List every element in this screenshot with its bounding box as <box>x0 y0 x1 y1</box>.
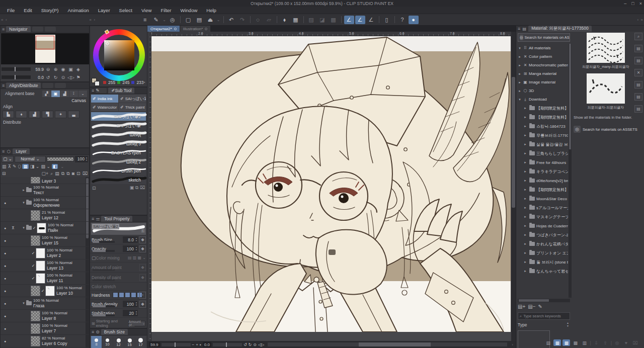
menu-help[interactable]: Help <box>202 7 220 14</box>
layer-visible-icon[interactable]: ● <box>1 339 10 343</box>
docs-icon[interactable]: ▤ <box>634 93 642 101</box>
tree-expand-icon[interactable]: ▸ <box>518 89 522 93</box>
material-folder-item[interactable]: ▸【期間限定無料】図 <box>518 104 568 113</box>
layer-visible-icon[interactable]: ● <box>1 289 10 293</box>
layer-row[interactable]: ●✓100 % NormalLayer 13 <box>1 259 89 272</box>
material-thumb-large-icon[interactable]: ▩ <box>572 339 579 346</box>
align-base-guide-icon[interactable]: ⟟ <box>69 91 78 97</box>
zoom-in-icon[interactable]: ⊕ <box>52 67 59 72</box>
rotate-right-icon[interactable]: ↻ <box>52 75 59 80</box>
tab-align-distribute[interactable]: Align/Distribute <box>6 82 41 89</box>
material-folder-item[interactable]: ▸【期間限定無料】キ <box>518 185 568 194</box>
layer-visible-icon[interactable]: ● <box>1 277 10 280</box>
brush-item[interactable]: Шейд <box>91 130 146 139</box>
layer-row[interactable]: ●⊼▾✓100 % NormalПайн <box>1 222 89 234</box>
copy-subtool-icon[interactable]: ⧉ <box>135 185 138 190</box>
document-tab[interactable]: Illustration* <box>180 26 211 32</box>
new-material-folder-icon[interactable]: ▤+ <box>518 304 525 309</box>
subtool-group-indiaink[interactable]: ✐India ink <box>91 95 118 103</box>
panel-menu-icon[interactable]: ≡ <box>2 149 5 154</box>
layer-check-icon[interactable]: ✓ <box>40 289 45 293</box>
tab-information[interactable] <box>45 27 56 32</box>
layer-row[interactable]: ●✓100 % NormalLayer 11 <box>1 272 89 285</box>
brush-size-option[interactable]: 8 <box>91 336 102 348</box>
brush-item[interactable]: sketch <box>91 176 146 185</box>
align-base-more-icon[interactable]: ⌄ <box>78 91 87 97</box>
menu-edit[interactable]: Edit <box>20 7 36 14</box>
pattern-icon[interactable]: ▩ <box>329 16 339 24</box>
canvas-horizontal-scrollbar[interactable] <box>268 342 507 346</box>
collapse-left-icon[interactable]: « ‹ <box>1 18 7 22</box>
reference-layer-icon[interactable]: ⊼ <box>8 164 12 169</box>
tree-expand-icon[interactable]: ▾ <box>518 98 522 102</box>
align-base-layer-icon[interactable]: ▟ <box>60 91 69 97</box>
tree-expand-icon[interactable]: ▸ <box>523 197 528 201</box>
layer-thumbnail[interactable] <box>36 273 45 284</box>
rotate-slider[interactable] <box>2 75 31 79</box>
search-assets-top-button[interactable]: ◎ Search for materials on ASSETS <box>518 33 570 42</box>
layer-row[interactable]: Layer 3 <box>1 177 89 184</box>
sub-color-swatch[interactable] <box>95 81 100 86</box>
fill-icon[interactable]: ⬧ <box>280 16 290 24</box>
flag-icon[interactable]: ⚑ <box>75 75 82 80</box>
snap-special-ruler-icon[interactable]: ∠ <box>355 16 365 24</box>
menu-animation[interactable]: Animation <box>64 7 93 14</box>
property-value[interactable]: 100▲▼ <box>123 301 138 307</box>
layer-expand-icon[interactable]: ▾ <box>21 301 26 305</box>
property-value[interactable]: 20▲▼ <box>123 310 138 316</box>
tree-expand-icon[interactable]: ▸ <box>523 169 528 173</box>
material-upload-icon[interactable]: ⇧ <box>602 339 609 346</box>
align-hcenter-button[interactable]: ♦ <box>16 111 27 118</box>
property-stepper[interactable]: ▲▼ <box>135 301 137 306</box>
tree-expand-icon[interactable]: ▸ <box>523 142 528 146</box>
canvas-vertical-scrollbar[interactable] <box>511 32 516 341</box>
material-folder-item[interactable]: ▸돌 브러시 (stone brus <box>518 257 568 267</box>
menu-filter[interactable]: Filter <box>156 7 175 14</box>
layer-thumbnail[interactable] <box>45 286 55 296</box>
tree-expand-icon[interactable]: ▾ <box>518 46 522 50</box>
material-folder-item[interactable]: ▸스킹닉-1864723 <box>518 122 568 131</box>
menu-window[interactable]: Window <box>177 7 202 14</box>
layer-visible-icon[interactable]: ● <box>1 251 10 255</box>
clip-to-layer-icon[interactable]: ▥ <box>2 164 7 169</box>
material-folder-item[interactable]: ▸なんちゃって岩セット <box>518 267 568 276</box>
material-folder-item[interactable]: ▸Hojas de Cuaderno- <box>518 221 568 230</box>
undo-icon[interactable]: ↶ <box>226 16 236 24</box>
layer-check-icon[interactable]: ✓ <box>31 264 36 268</box>
layer-visible-icon[interactable]: ● <box>1 239 10 242</box>
material-thumbnail[interactable] <box>587 73 625 104</box>
layer-expand-icon[interactable]: ▸ <box>21 188 26 192</box>
material-card[interactable]: 의문의글자_many-의문의글자 <box>573 33 639 69</box>
brush-item[interactable]: Brush pen <box>91 166 146 176</box>
property-stepper[interactable]: ▲▼ <box>135 310 137 315</box>
tree-expand-icon[interactable]: ▸ <box>523 133 528 137</box>
ruler-icon[interactable]: ▨ ⌄ <box>41 164 50 169</box>
layer-row[interactable]: ●▾100 % NormalГлаза <box>1 297 89 310</box>
layer-row[interactable]: ●100 % NormalLayer 7 <box>1 322 89 335</box>
folder-icon[interactable]: ▤ <box>634 57 642 64</box>
delete-subtool-icon[interactable]: ⌧ <box>140 185 145 190</box>
panel-menu-icon[interactable]: ≡ <box>2 27 5 32</box>
layer-row[interactable]: ▸100 % NormalТекст <box>1 184 89 197</box>
material-folder-item[interactable]: ▸かれんな花柄パター <box>518 239 568 248</box>
new-folder-icon[interactable]: ▤ <box>55 171 59 176</box>
subtool-switch-icon[interactable]: ⊡ <box>92 186 96 191</box>
export-icon[interactable]: ⏏ <box>205 16 215 24</box>
navigator-view-rect[interactable] <box>36 36 54 49</box>
mask-icon[interactable]: ▨ <box>306 16 316 24</box>
favorites-folder-icon[interactable]: ▤ <box>634 45 642 52</box>
tab-tool-property[interactable]: Tool Property <box>101 216 132 222</box>
brush-item[interactable]: Шейд 3 <box>91 139 146 148</box>
align-left-button[interactable]: ▙ <box>3 111 14 118</box>
material-thumb-medium-icon[interactable]: ▦ <box>562 339 570 346</box>
status-zoom-out-icon[interactable]: − <box>192 342 195 347</box>
align-bottom-button[interactable]: ▃ <box>68 111 79 118</box>
material-search-input[interactable]: ⌕ Type search keywords <box>518 312 570 320</box>
tree-expand-icon[interactable]: ▸ <box>523 269 528 273</box>
document-tab[interactable]: Открытки2* <box>147 26 180 32</box>
document-tab-close-icon[interactable] <box>205 28 207 30</box>
material-list-view-icon[interactable]: ▥ <box>581 339 588 346</box>
tree-expand-icon[interactable]: ▸ <box>523 233 528 237</box>
tab-subview[interactable] <box>32 27 43 32</box>
status-rotate-right-icon[interactable]: ↻ <box>249 342 252 347</box>
